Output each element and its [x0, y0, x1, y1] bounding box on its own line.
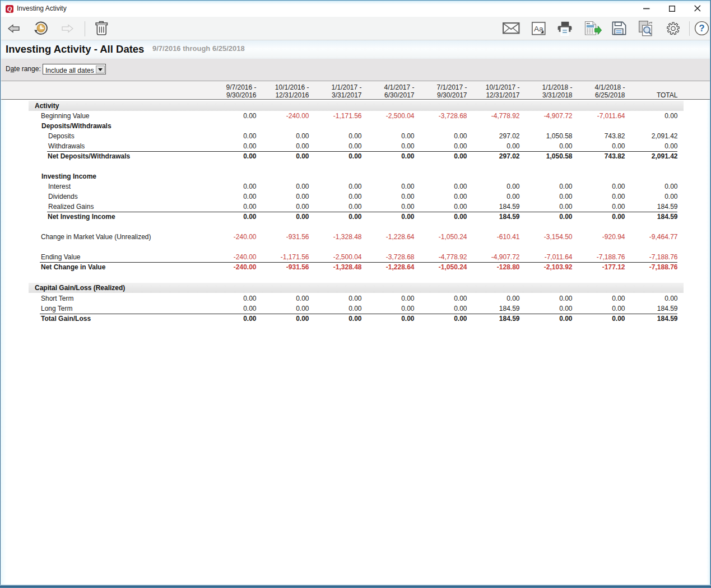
svg-text:?: ? — [699, 23, 705, 33]
svg-text:Aa: Aa — [534, 25, 543, 33]
